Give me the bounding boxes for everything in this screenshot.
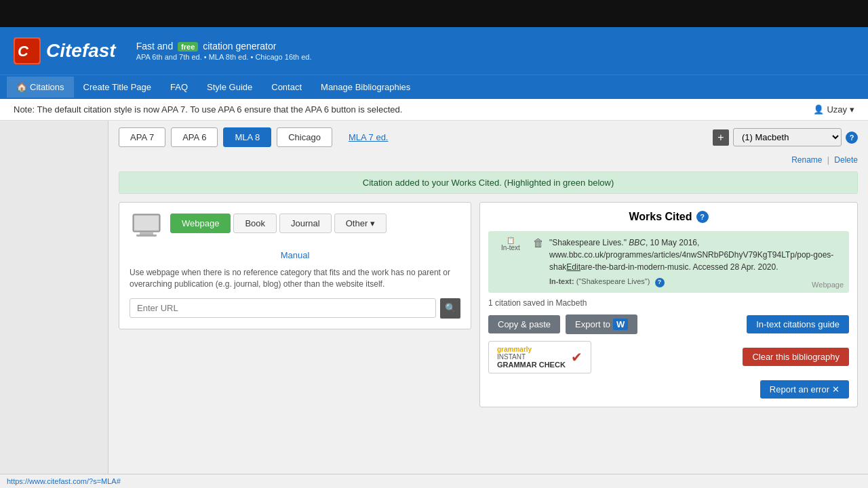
grammarly-brand: grammarly [497, 346, 532, 353]
rename-delete-row: Rename | Delete [119, 155, 858, 165]
svg-text:C: C [18, 43, 29, 60]
nav-manage-bibliographies[interactable]: Manage Bibliographies [311, 77, 420, 98]
top-bar [0, 0, 868, 27]
other-tab-label: Other [346, 218, 368, 228]
main-content: APA 7 APA 6 MLA 8 Chicago MLA 7 ed. + (1… [0, 121, 868, 488]
tagline-start: Fast and [136, 41, 173, 52]
bibliography-selector: + (1) Macbeth ? [713, 128, 858, 146]
status-url: https://www.citefast.com/?s=MLA# [7, 477, 121, 485]
works-cited-title: Works Cited [629, 211, 692, 223]
username: Uzay [827, 104, 847, 115]
citation-count: 1 citation saved in Macbeth [488, 298, 849, 308]
in-text-label: In-text [501, 244, 520, 251]
tagline-end: citation generator [203, 41, 276, 52]
bibliography-info-icon[interactable]: ? [846, 131, 858, 144]
export-label: Export to [575, 319, 610, 329]
two-column-layout: Webpage Book Journal Other ▾ Manual Use … [119, 202, 858, 407]
source-tabs: Webpage Book Journal Other ▾ [170, 214, 387, 233]
svg-rect-3 [134, 216, 159, 230]
home-icon: 🏠 [16, 82, 27, 92]
clear-bibliography-button[interactable]: Clear this bibliography [743, 348, 849, 366]
book-tab[interactable]: Book [233, 214, 277, 233]
user-icon: 👤 [813, 104, 824, 115]
nav-create-title-page[interactable]: Create Title Page [74, 77, 161, 98]
nav-style-guide-label: Style Guide [207, 82, 252, 92]
status-bar: https://www.citefast.com/?s=MLA# [0, 474, 868, 488]
note-body: The default citation style is now APA 7.… [37, 104, 402, 115]
nav-faq[interactable]: FAQ [161, 77, 197, 98]
right-panel: Works Cited ? 📋 In-text 🗑 [479, 202, 858, 407]
delete-citation-button[interactable]: 🗑 [532, 237, 545, 250]
logo-text: Citefast [46, 40, 116, 62]
separator: | [827, 155, 829, 165]
success-bar: Citation added to your Works Cited. (Hig… [119, 171, 858, 194]
works-cited-panel: Works Cited ? 📋 In-text 🗑 [479, 202, 858, 407]
note-label: Note: [14, 104, 35, 115]
search-icon: 🔍 [445, 303, 456, 313]
apa6-button[interactable]: APA 6 [171, 127, 218, 147]
logo-area: C Citefast [14, 37, 116, 64]
svg-rect-4 [140, 232, 153, 235]
header: C Citefast Fast and free citation genera… [0, 27, 868, 75]
citation-entry: 📋 In-text 🗑 "Shakespeare Lives." BBC, 10… [488, 231, 849, 293]
export-word-icon: W [613, 319, 628, 330]
svg-rect-5 [136, 235, 157, 237]
action-buttons-row: Copy & paste Export to W In-text citatio… [488, 314, 849, 334]
in-text-label-text: In-text: [549, 277, 574, 285]
citation-in-text: In-text: ("Shakespeare Lives") ? [549, 276, 844, 287]
other-tab[interactable]: Other ▾ [334, 214, 387, 233]
citation-title: "Shakespeare Lives." [549, 238, 629, 247]
rename-link[interactable]: Rename [791, 155, 822, 165]
report-error-icon: ✕ [832, 384, 840, 394]
nav-style-guide[interactable]: Style Guide [197, 77, 262, 98]
apa7-button[interactable]: APA 7 [119, 127, 165, 147]
nav-citations-label: Citations [30, 82, 64, 92]
intext-guide-button[interactable]: In-text citations guide [747, 315, 849, 333]
report-error-button[interactable]: Report an error ✕ [760, 380, 849, 399]
check-mark-icon: ✔ [571, 349, 583, 365]
bibliography-select[interactable]: (1) Macbeth [733, 128, 842, 146]
add-bibliography-button[interactable]: + [713, 129, 729, 146]
delete-link[interactable]: Delete [834, 155, 858, 165]
mla8-button[interactable]: MLA 8 [223, 127, 271, 147]
url-row: 🔍 [130, 298, 460, 319]
user-dropdown-icon: ▾ [850, 104, 854, 115]
tagline-main: Fast and free citation generator [136, 41, 312, 52]
sub-tagline: APA 6th and 7th ed. • MLA 8th ed. • Chic… [136, 53, 312, 61]
works-cited-info-icon[interactable]: ? [696, 211, 709, 223]
logo-icon: C [14, 37, 41, 64]
webpage-tab[interactable]: Webpage [170, 214, 231, 233]
note-bar: Note: The default citation style is now … [0, 99, 868, 121]
copy-paste-button[interactable]: Copy & paste [488, 315, 560, 333]
in-text-value: ("Shakespeare Lives") [576, 277, 650, 285]
source-panel: Webpage Book Journal Other ▾ Manual Use … [119, 202, 471, 329]
url-input[interactable] [130, 298, 436, 318]
citation-type-label: Webpage [812, 281, 844, 289]
content-area: APA 7 APA 6 MLA 8 Chicago MLA 7 ed. + (1… [108, 121, 868, 488]
grammar-check-button[interactable]: grammarly INSTANT GRAMMAR CHECK ✔ [488, 341, 591, 373]
in-text-button[interactable]: 📋 In-text [501, 237, 520, 251]
report-row: Report an error ✕ [488, 380, 849, 399]
chicago-button[interactable]: Chicago [277, 127, 332, 147]
note-text: Note: The default citation style is now … [14, 104, 402, 115]
journal-tab[interactable]: Journal [279, 214, 332, 233]
mla7-button[interactable]: MLA 7 ed. [338, 128, 399, 146]
nav-contact[interactable]: Contact [262, 77, 311, 98]
other-dropdown-icon: ▾ [370, 218, 375, 228]
nav-manage-bibliographies-label: Manage Bibliographies [321, 82, 410, 92]
export-button[interactable]: Export to W [566, 314, 637, 334]
search-button[interactable]: 🔍 [440, 298, 460, 319]
manual-link[interactable]: Manual [130, 250, 460, 260]
in-text-info-icon[interactable]: ? [655, 278, 665, 287]
grammar-row: grammarly INSTANT GRAMMAR CHECK ✔ Clear … [488, 341, 849, 373]
user-area[interactable]: 👤 Uzay ▾ [813, 104, 854, 115]
citation-journal: BBC [629, 238, 646, 247]
style-row: APA 7 APA 6 MLA 8 Chicago MLA 7 ed. + (1… [119, 127, 858, 147]
nav-citations[interactable]: 🏠 Citations [7, 77, 74, 98]
instant-label: INSTANT [497, 353, 526, 361]
in-text-icon: 📋 [507, 237, 515, 244]
nav-faq-label: FAQ [170, 82, 188, 92]
nav-create-title-page-label: Create Title Page [83, 82, 151, 92]
computer-icon [130, 213, 163, 242]
sidebar [0, 121, 108, 488]
